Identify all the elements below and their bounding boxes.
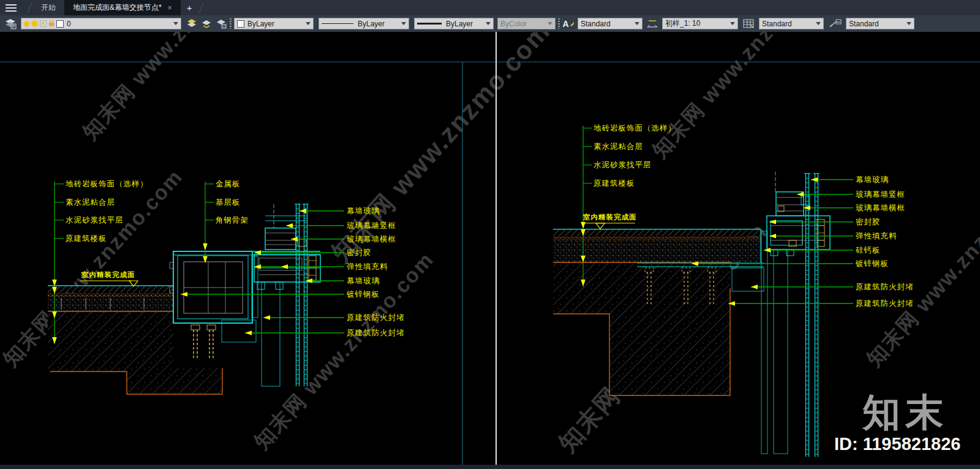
layer-color-swatch[interactable] — [56, 20, 64, 28]
material-label: 原建筑楼板 — [66, 234, 107, 243]
material-label: 水泥砂浆找平层 — [594, 161, 652, 169]
object-color-chevron-icon[interactable] — [306, 22, 311, 25]
object-color-select[interactable]: ByLayer — [234, 18, 314, 29]
linetype-glyph — [322, 23, 353, 24]
dim-style-icon[interactable] — [645, 17, 660, 30]
material-label: 玻璃幕墙横框 — [347, 235, 396, 243]
layer-states-icon[interactable] — [185, 17, 198, 30]
watermark-text: 知末网 www.znzmo.com — [77, 32, 266, 144]
table-style-chevron-icon[interactable] — [816, 22, 821, 25]
cad-application-window: 开始 地面完成面&幕墙交接节点* × + 0 — [0, 0, 980, 469]
linetype-value: ByLayer — [358, 20, 385, 28]
site-branding: 知末 ID: 1195821826 — [834, 391, 960, 454]
layer-name: 0 — [67, 20, 71, 28]
plot-style-value: ByColor — [500, 20, 527, 28]
material-label: 金属板 — [216, 180, 241, 188]
plot-style-chevron-icon — [548, 22, 552, 25]
level-label: 室内精装完成面 — [81, 270, 135, 278]
image-id-text: ID: 1195821826 — [834, 434, 960, 454]
level-label: 室内精装完成面 — [582, 213, 637, 221]
material-label: 幕墙玻璃 — [347, 207, 380, 215]
properties-toolbar: 0 ByLayer — [0, 15, 980, 32]
material-label: 弹性填充料 — [347, 262, 388, 271]
table-style-select[interactable]: Standard — [759, 18, 824, 29]
tab-drawing-active[interactable]: 地面完成面&幕墙交接节点* × — [64, 0, 181, 15]
right-detail-level-marker: 室内精装完成面 — [582, 213, 637, 229]
left-detail: 地砖岩板饰面（选样） 素水泥粘合层 水泥砂浆找平层 原建筑楼板 金属板 基层板 … — [48, 180, 405, 394]
text-style-chevron-icon[interactable] — [635, 22, 639, 25]
tab-start[interactable]: 开始 — [32, 0, 64, 15]
material-label: 玻璃幕墙竖框 — [856, 190, 905, 199]
layer-on-bulb-icon[interactable] — [24, 21, 29, 26]
linetype-chevron-icon[interactable] — [401, 22, 406, 25]
layer-lock-icon[interactable] — [49, 23, 54, 26]
left-detail-mid-leaders: 金属板 基层板 角钢骨架 — [203, 180, 249, 263]
material-label: 素水泥粘合层 — [66, 198, 115, 207]
drawing-canvas-area[interactable]: 知末网 www.znzmo.com 知末网 www.znzmo.com 知末网 … — [0, 32, 980, 465]
material-label: 硅钙板 — [856, 246, 881, 254]
mleader-style-chevron-icon[interactable] — [907, 22, 911, 25]
object-color-value: ByLayer — [247, 20, 274, 28]
material-label: 玻璃幕墙竖框 — [347, 221, 396, 230]
layer-previous-icon[interactable] — [200, 17, 213, 30]
layer-properties-icon[interactable] — [2, 17, 18, 30]
material-label: 原建筑防火封堵 — [347, 313, 405, 322]
mleader-style-icon[interactable] — [826, 17, 843, 30]
material-label: 幕墙玻璃 — [347, 276, 380, 285]
mleader-style-select[interactable]: Standard — [846, 18, 914, 29]
object-color-swatch — [237, 20, 244, 28]
layer-thaw-sun-icon[interactable] — [32, 21, 37, 26]
dim-style-select[interactable]: 初样_1: 10 — [662, 18, 738, 29]
material-label: 镀锌钢板 — [855, 259, 889, 268]
material-label: 玻璃幕墙横框 — [856, 204, 905, 212]
text-style-value: Standard — [581, 20, 611, 28]
tab-start-label: 开始 — [41, 2, 56, 13]
material-label: 密封胶 — [856, 218, 881, 226]
table-style-icon[interactable] — [741, 17, 756, 30]
layer-select-chevron-icon[interactable] — [173, 22, 178, 25]
layer-isolate-icon[interactable] — [214, 17, 228, 30]
material-label: 镀锌钢板 — [346, 290, 380, 299]
table-style-value: Standard — [762, 20, 792, 28]
file-tab-bar: 开始 地面完成面&幕墙交接节点* × + — [0, 0, 980, 15]
status-bar — [0, 465, 980, 469]
layer-vp-freeze-icon[interactable] — [40, 20, 47, 27]
toolbar-separator — [558, 18, 560, 29]
material-label: 幕墙玻璃 — [856, 175, 889, 184]
watermark-text: 知末网 www.znzmo.com — [249, 248, 438, 454]
material-label: 原建筑楼板 — [594, 179, 635, 188]
material-label: 密封胶 — [347, 248, 372, 257]
material-label: 素水泥粘合层 — [594, 142, 643, 151]
left-detail-right-leaders: 幕墙玻璃 玻璃幕墙竖框 玻璃幕墙横框 密封胶 弹性填充料 幕墙玻璃 镀锌钢板 原… — [181, 207, 405, 337]
lineweight-glyph — [417, 23, 442, 25]
material-label: 原建筑防火封堵 — [856, 283, 914, 291]
tab-separator — [198, 0, 204, 15]
watermark-text: 知末网 www.znzmo.com — [325, 32, 556, 268]
watermark-text: 知末网 www.znzmo.com — [647, 32, 836, 162]
text-style-select[interactable]: Standard — [578, 18, 643, 29]
tab-close-icon[interactable]: × — [168, 4, 172, 12]
material-label: 地砖岩板饰面（选样） — [594, 124, 676, 132]
mleader-style-value: Standard — [849, 20, 879, 28]
tab-separator — [26, 0, 32, 15]
menu-hamburger-icon[interactable] — [0, 0, 26, 15]
material-label: 弹性填充料 — [856, 232, 897, 240]
dim-style-value: 初样_1: 10 — [665, 18, 700, 29]
toolbar-separator — [230, 18, 232, 29]
text-style-icon[interactable]: A — [562, 17, 575, 30]
material-label: 地砖岩板饰面（选样） — [66, 180, 148, 188]
layer-select[interactable]: 0 — [21, 18, 181, 29]
material-label: 基层板 — [216, 198, 241, 207]
dim-style-chevron-icon[interactable] — [730, 22, 735, 25]
linetype-select[interactable]: ByLayer — [318, 18, 409, 29]
lineweight-chevron-icon[interactable] — [486, 22, 491, 25]
material-label: 原建筑防火封堵 — [347, 329, 405, 337]
drawing-canvas[interactable]: 知末网 www.znzmo.com 知末网 www.znzmo.com 知末网 … — [0, 32, 980, 465]
site-logo: 知末 — [861, 391, 948, 433]
lineweight-select[interactable]: ByLayer — [414, 18, 494, 29]
material-label: 角钢骨架 — [215, 216, 249, 224]
plot-style-select: ByColor — [497, 18, 556, 29]
lineweight-value: ByLayer — [446, 20, 473, 28]
material-label: 原建筑防火封堵 — [856, 299, 914, 308]
new-tab-button[interactable]: + — [181, 0, 198, 15]
